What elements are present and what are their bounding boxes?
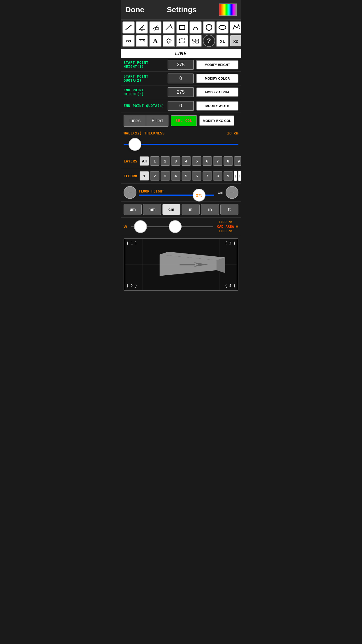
layer-3[interactable]: 3 [171,156,180,166]
layer-6[interactable]: 6 [203,156,212,166]
sel-col-button[interactable]: SEL COL [171,115,197,126]
svg-point-25 [167,41,168,43]
svg-point-24 [169,39,171,40]
x1-zoom[interactable]: x1 [216,35,229,47]
cad-w-label: W [124,225,127,229]
end-point-quota-row: END POINT QUOTA(4) MODIFY WIDTH [121,99,241,113]
page-title: Settings [167,5,197,14]
floor-down-arrow[interactable]: ↓ [238,171,241,181]
layers-label: LAYERS [124,159,137,163]
svg-point-13 [219,25,226,29]
modify-bkg-col-button[interactable]: MODIFY BKG COL [199,116,234,126]
preview-label-br: { 4 } [225,284,236,288]
line-tool[interactable] [122,21,135,34]
end-point-height-label: END POINT HEIGHT(3) [124,88,165,96]
unit-m[interactable]: m [182,204,200,215]
svg-point-23 [167,39,168,40]
preview-label-tr: { 3 } [225,241,236,245]
start-point-height-input[interactable] [168,60,194,70]
angle-tool[interactable]: A [136,21,148,34]
layer-7[interactable]: 7 [213,156,222,166]
floor-height-track[interactable]: 275 [139,195,214,196]
layer-5[interactable]: 5 [192,156,201,166]
cad-h-value: 1000 cm [219,229,232,233]
unit-ft[interactable]: ft [220,204,238,215]
wall-thickness-value: 10 cm [227,131,238,135]
filled-button[interactable]: Filled [146,115,168,127]
arc-tool[interactable] [189,21,202,34]
ruler-tool[interactable] [136,35,148,47]
unit-um[interactable]: um [124,204,142,215]
floor-7[interactable]: 7 [203,171,212,181]
toolbar-row-1: A [122,21,240,34]
floor-3[interactable]: 3 [161,171,170,181]
layer-8[interactable]: 8 [224,156,233,166]
prev-arrow[interactable]: ← [124,186,136,199]
corner-tool[interactable] [163,21,175,34]
svg-point-14 [238,24,240,26]
layers-section: LAYERS All 1 2 3 4 5 6 7 8 9 10 [121,154,241,168]
svg-point-16 [239,28,240,29]
floor-height-thumb[interactable]: 275 [193,189,205,202]
unit-cm[interactable]: cm [162,204,180,215]
ellipse-tool[interactable] [216,21,229,34]
next-arrow[interactable]: → [226,186,238,199]
cad-area-section: W 1000 cm CAD AREA 1000 cm H [121,218,241,236]
floor-up-arrow[interactable]: ↑ [234,171,237,181]
lines-button[interactable]: Lines [124,115,146,127]
section-label: LINE [121,49,241,58]
text-tool[interactable]: A [149,35,161,47]
layer-1[interactable]: 1 [150,156,159,166]
wall-slider-thumb[interactable] [129,138,141,151]
unit-mm[interactable]: mm [143,204,161,215]
end-point-quota-input[interactable] [168,101,194,111]
cad-w-thumb[interactable] [134,220,147,233]
wall-thickness-section: WALL(x2) THICKNESS 10 cm [121,129,241,154]
grid-tool[interactable] [163,35,175,47]
infinity-tool[interactable]: ∞ [122,35,135,47]
x2-zoom[interactable]: x2 [230,35,241,47]
start-point-height-label: START POINT HEIGHT(1) [124,61,165,69]
layer-2[interactable]: 2 [161,156,170,166]
rectangle-tool[interactable] [176,21,188,34]
start-point-quota-input[interactable] [168,74,194,83]
select-tool[interactable] [176,35,188,47]
modify-height-button[interactable]: MODIFY HEIGHT [196,60,238,69]
floor-section: FLOOR# 1 2 3 4 5 6 7 8 9 ↑ ↓ [121,168,241,184]
layer-4[interactable]: 4 [182,156,191,166]
preview-label-bl: { 2 } [126,284,137,288]
unit-in[interactable]: in [201,204,219,215]
floor-label: FLOOR# [124,174,137,178]
floor-9[interactable]: 9 [224,171,233,181]
floor-2[interactable]: 2 [150,171,159,181]
done-button[interactable]: Done [125,5,144,14]
start-point-height-row: START POINT HEIGHT(1) MODIFY HEIGHT [121,58,241,72]
floor-8[interactable]: 8 [213,171,222,181]
end-point-quota-label: END POINT QUOTA(4) [124,104,165,108]
modify-width-button[interactable]: MODIFY WIDTH [196,101,238,111]
modify-alpha-button[interactable]: MODIFY ALPHA [196,88,238,97]
circle-tool[interactable] [203,21,215,34]
floor-1[interactable]: 1 [140,171,149,181]
layer-all[interactable]: All [140,156,149,166]
layer-9[interactable]: 9 [234,156,241,166]
dimension-tool[interactable] [149,21,161,34]
floor-5[interactable]: 5 [182,171,191,181]
group-tool[interactable] [189,35,202,47]
start-point-quota-label: START POINT QUOTA(2) [124,74,165,83]
help-tool[interactable]: ? [203,35,215,47]
color-palette[interactable] [219,4,237,16]
svg-rect-35 [196,41,198,43]
wall-thickness-slider[interactable] [124,137,238,152]
svg-rect-34 [193,41,195,43]
polyline-tool[interactable] [230,21,241,34]
floor-4[interactable]: 4 [171,171,180,181]
toolbar: A [121,20,241,49]
wall-thickness-label: WALL(x2) THICKNESS [124,131,165,135]
floor-6[interactable]: 6 [192,171,201,181]
floor-height-section: ← FLOOR HEIGHT 275 cm → [121,184,241,202]
modify-color-button[interactable]: MODIFY COLOR [196,74,238,83]
preview-section: { 1 } { 3 } { 2 } { 4 } [124,238,238,291]
cad-center-thumb[interactable] [169,220,182,233]
end-point-height-input[interactable] [168,87,194,97]
